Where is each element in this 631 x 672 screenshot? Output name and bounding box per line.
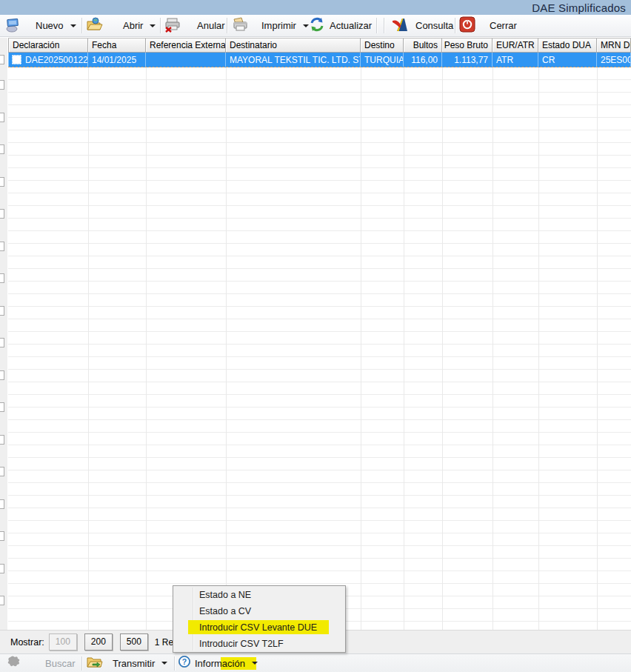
cell-destinatario[interactable]: MAYORAL TEKSTIL TIC. LTD. STI. (226, 53, 361, 67)
page-size-100-button[interactable]: 100 (49, 633, 77, 651)
anular-label: Anular (197, 20, 225, 31)
transmitir-dropdown-arrow[interactable] (161, 662, 167, 665)
gutter-checkbox (0, 467, 4, 476)
toolbar-top: Nuevo Abrir Anular Imprimir (0, 15, 631, 37)
grid-column-line (146, 67, 147, 630)
gutter-checkbox (0, 370, 4, 380)
power-close-icon (459, 16, 475, 36)
column-header-destino[interactable]: Destino (361, 39, 404, 52)
grid-column-line (361, 67, 361, 630)
column-header-mrn-dua[interactable]: MRN DU (597, 39, 631, 52)
cell-referencia-externa[interactable] (146, 53, 226, 67)
table-row[interactable]: DAE202500122 14/01/2025 MAYORAL TEKSTIL … (8, 53, 631, 67)
toolbar-separator (376, 18, 377, 33)
row-gutter (0, 38, 8, 630)
gutter-checkbox (0, 80, 4, 90)
titlebar: DAE Simplificados (0, 0, 631, 15)
consulta-label: Consulta (415, 20, 453, 31)
toolbar-separator (227, 18, 227, 33)
aeat-logo-icon (391, 16, 409, 36)
cerrar-label: Cerrar (490, 20, 517, 31)
gutter-checkbox (0, 144, 4, 154)
informacion-dropdown-arrow[interactable] (252, 662, 258, 665)
grid-column-line (538, 67, 539, 630)
buscar-label: Buscar (45, 658, 75, 669)
column-header-peso-bruto[interactable]: Peso Bruto (442, 39, 493, 52)
cell-declaracion[interactable]: DAE202500122 (8, 53, 88, 67)
toolbar-separator (160, 18, 161, 33)
gutter-checkbox (0, 242, 4, 251)
abrir-label: Abrir (123, 20, 143, 31)
toolbar-separator (455, 18, 455, 33)
cell-estado-dua[interactable]: CR (538, 53, 597, 67)
cell-fecha[interactable]: 14/01/2025 (88, 53, 146, 67)
gutter-checkbox (0, 531, 4, 541)
grid-column-line (597, 67, 598, 630)
toolbar-separator (174, 656, 175, 671)
nuevo-button[interactable]: Nuevo (4, 15, 76, 36)
cell-mrn-dua[interactable]: 25ES002 (597, 53, 631, 67)
transmitir-button[interactable]: Transmitir (86, 654, 167, 672)
open-folder-icon (86, 16, 103, 36)
gutter-checkbox (0, 564, 4, 573)
imprimir-dropdown-arrow[interactable] (303, 24, 309, 27)
column-header-fecha[interactable]: Fecha (88, 39, 146, 52)
grid-empty-area (8, 67, 631, 630)
page-size-500-button[interactable]: 500 (120, 633, 148, 651)
cell-destino[interactable]: TURQUIA (361, 53, 404, 67)
page-size-200-button[interactable]: 200 (84, 633, 113, 651)
menu-item-estado-a-ne[interactable]: Estado a NE (173, 587, 345, 603)
consulta-button[interactable]: Consulta (391, 15, 453, 36)
transmit-folder-icon (86, 654, 103, 672)
abrir-dropdown-arrow[interactable] (150, 24, 156, 27)
cell-eur-atr[interactable]: ATR (493, 53, 538, 67)
gutter-checkbox (0, 113, 4, 122)
cancel-printer-icon (164, 16, 181, 36)
cell-peso-bruto[interactable]: 1.113,77 (442, 53, 493, 67)
toolbar-separator (81, 656, 82, 671)
actualizar-label: Actualizar (330, 20, 372, 31)
gutter-checkbox (0, 177, 4, 187)
toolbar-bottom: Buscar Transmitir ? Información (0, 653, 631, 672)
context-menu: Estado a NE Estado a CV Introducir CSV L… (173, 585, 346, 653)
svg-text:?: ? (182, 657, 187, 666)
window-title: DAE Simplificados (532, 1, 626, 14)
row-checkbox[interactable] (12, 55, 21, 64)
grid-column-line (442, 67, 443, 630)
column-header-declaracion[interactable]: Declaración (8, 39, 88, 52)
anular-button[interactable]: Anular (164, 15, 225, 36)
actualizar-button[interactable]: Actualizar (309, 15, 372, 36)
cell-bultos[interactable]: 116,00 (404, 53, 442, 67)
buscar-button[interactable]: Buscar (6, 654, 75, 672)
results-count-text: 1 Re (155, 637, 173, 648)
gutter-checkbox (0, 435, 4, 445)
menu-item-introducir-csv-t2lf[interactable]: Introducir CSV T2LF (173, 636, 345, 652)
informacion-label: Información (195, 658, 245, 669)
grid-header-row: Declaración Fecha Referencia Externa Des… (8, 38, 631, 53)
column-header-destinatario[interactable]: Destinatario (226, 39, 361, 52)
menu-item-estado-a-cv[interactable]: Estado a CV (173, 603, 345, 619)
gutter-checkbox (0, 402, 4, 412)
cerrar-button[interactable]: Cerrar (459, 15, 517, 36)
printer-icon (231, 16, 249, 36)
nuevo-label: Nuevo (36, 20, 64, 31)
menu-item-introducir-csv-levante-due[interactable]: Introducir CSV Levante DUE (173, 619, 345, 636)
gutter-checkbox (0, 55, 4, 64)
nuevo-dropdown-arrow[interactable] (70, 24, 76, 27)
info-question-icon: ? (178, 655, 191, 671)
gutter-checkbox (0, 596, 4, 605)
imprimir-button[interactable]: Imprimir (231, 15, 309, 36)
gutter-checkbox (0, 209, 4, 219)
column-header-eur-atr[interactable]: EUR/ATR (493, 39, 538, 52)
grid-column-line (88, 67, 89, 630)
column-header-bultos[interactable]: Bultos (404, 39, 442, 52)
mostrar-label: Mostrar: (10, 637, 44, 648)
column-header-estado-dua[interactable]: Estado DUA (538, 39, 597, 52)
abrir-button[interactable]: Abrir (86, 15, 156, 36)
column-header-referencia-externa[interactable]: Referencia Externa (146, 39, 226, 52)
gutter-checkbox (0, 306, 4, 316)
imprimir-label: Imprimir (261, 20, 296, 31)
transmitir-label: Transmitir (113, 658, 155, 669)
app-window: DAE Simplificados Nuevo Abrir Anular (0, 0, 631, 672)
toolbar-separator (81, 18, 82, 33)
